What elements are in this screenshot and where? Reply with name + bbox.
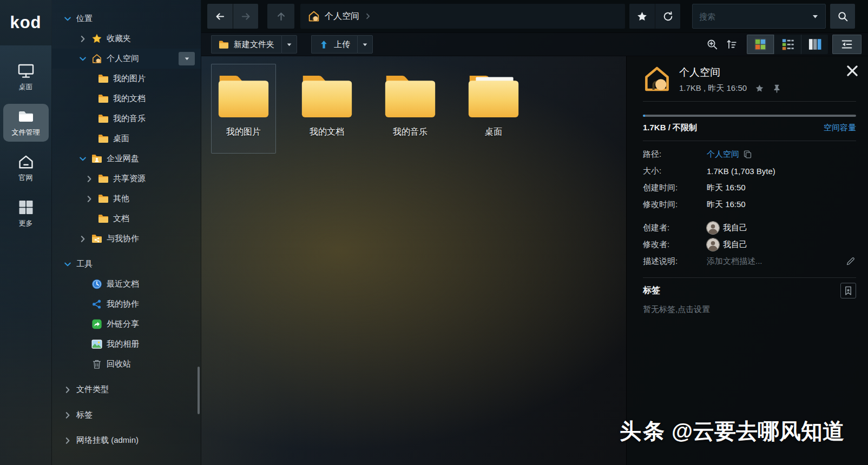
new-folder-menu-button[interactable] <box>281 35 297 54</box>
tree-item[interactable]: 文件类型 <box>51 380 201 400</box>
tree-item[interactable]: 与我协作 <box>51 229 201 249</box>
breadcrumb-location[interactable]: 个人空间 <box>325 11 359 22</box>
detail-label: 描述说明: <box>643 256 707 267</box>
panel-header: 个人空间 1.7KB , 昨天 16:50 <box>643 65 856 94</box>
upload-menu-button[interactable] <box>357 35 373 54</box>
quota-link[interactable]: 空间容量 <box>824 123 856 133</box>
tree-item[interactable]: 文档 <box>51 209 201 229</box>
sidebar-scrollbar[interactable] <box>198 367 200 414</box>
tree-item[interactable]: 外链分享 <box>51 314 201 334</box>
tree-item[interactable]: 回收站 <box>51 354 201 374</box>
breadcrumb[interactable]: 个人空间 <box>300 4 625 29</box>
app-rail-item[interactable]: 官网 <box>3 149 49 187</box>
tree-item[interactable]: 位置 <box>51 9 201 29</box>
search-input[interactable] <box>693 12 812 21</box>
chevron-down-icon[interactable] <box>78 55 87 63</box>
list-view-button[interactable] <box>774 35 801 54</box>
view-grid-icon <box>754 38 767 51</box>
tree-item[interactable]: 我的协作 <box>51 294 201 314</box>
new-folder-button[interactable]: 新建文件夹 <box>211 35 281 54</box>
sort-button[interactable] <box>722 35 741 54</box>
file-item[interactable]: 我的图片 <box>211 64 276 154</box>
chevron-down-icon[interactable] <box>63 260 72 269</box>
path-link[interactable]: 个人空间 <box>707 149 739 160</box>
tree-item[interactable]: 网络挂载 (admin) <box>51 430 201 450</box>
details-panel-toggle[interactable] <box>832 35 862 54</box>
star-icon[interactable] <box>755 84 764 93</box>
grid-view-button[interactable] <box>747 35 774 54</box>
column-view-button[interactable] <box>801 35 828 54</box>
tree-item-label: 桌面 <box>113 134 129 144</box>
detail-row: 修改者:我自己 <box>643 236 856 253</box>
favorite-button[interactable] <box>629 4 655 29</box>
chevron-spacer <box>78 340 87 349</box>
search-box[interactable] <box>692 4 826 29</box>
upload-button[interactable]: 上传 <box>311 35 357 54</box>
close-panel-button[interactable] <box>845 64 859 78</box>
app-rail-item-label: 官网 <box>19 173 33 183</box>
file-name: 我的音乐 <box>393 127 428 138</box>
up-button[interactable] <box>267 4 294 29</box>
arrow-up-icon <box>275 11 287 22</box>
tree-item[interactable]: 其他 <box>51 189 201 209</box>
search-button[interactable] <box>830 4 855 29</box>
item-menu-button[interactable] <box>179 52 195 65</box>
file-list-area[interactable]: 我的图片我的文档我的音乐桌面 <box>201 56 626 465</box>
app-rail-item[interactable]: 桌面 <box>3 58 49 96</box>
app-rail-item[interactable]: 更多 <box>3 195 49 232</box>
tree-item[interactable]: 桌面 <box>51 129 201 149</box>
tree-item[interactable]: 收藏夹 <box>51 29 201 49</box>
tree-item[interactable]: 共享资源 <box>51 169 201 189</box>
copy-icon[interactable] <box>743 150 752 159</box>
chevron-spacer <box>78 320 87 329</box>
pencil-icon[interactable] <box>846 257 855 266</box>
chevron-down-icon[interactable] <box>63 15 72 23</box>
tags-empty-text[interactable]: 暂无标签,点击设置 <box>643 304 856 315</box>
folder-share-icon <box>91 234 102 244</box>
watermark-brand: 头条 <box>620 419 666 443</box>
app-rail: kod 桌面文件管理官网更多 <box>0 0 52 465</box>
chevron-down-icon[interactable] <box>78 155 87 163</box>
zoom-button[interactable] <box>702 35 722 54</box>
tree-item[interactable]: 我的图片 <box>51 69 201 89</box>
home-icon <box>643 65 671 93</box>
tree-item[interactable]: 工具 <box>51 254 201 274</box>
tree-item[interactable]: 我的相册 <box>51 334 201 354</box>
tree-item[interactable]: 最近文档 <box>51 274 201 294</box>
app-rail-item[interactable]: 文件管理 <box>3 104 49 142</box>
caret-down-icon <box>184 56 190 62</box>
chevron-right-icon[interactable] <box>63 436 72 445</box>
description-placeholder[interactable]: 添加文档描述... <box>707 256 762 267</box>
chevron-right-icon[interactable] <box>78 35 87 43</box>
file-item[interactable]: 我的文档 <box>294 64 359 154</box>
chevron-right-icon[interactable] <box>85 175 94 183</box>
chevron-right-icon[interactable] <box>63 386 72 394</box>
chevron-right-icon[interactable] <box>78 235 87 243</box>
detail-label: 修改时间: <box>643 200 707 210</box>
back-button[interactable] <box>207 4 233 29</box>
pin-icon[interactable] <box>772 84 781 93</box>
action-toolbar: 新建文件夹 上传 <box>201 32 868 56</box>
tree-item-label: 位置 <box>76 14 93 24</box>
detail-label: 创建时间: <box>643 183 707 193</box>
folder-icon <box>98 214 109 224</box>
tag-settings-button[interactable] <box>840 283 856 298</box>
tree-item[interactable]: 企业网盘 <box>51 149 201 169</box>
forward-button[interactable] <box>233 4 258 29</box>
refresh-button[interactable] <box>655 4 680 29</box>
upload-icon <box>319 40 329 49</box>
home-icon <box>308 10 320 22</box>
tree-item[interactable]: 个人空间 <box>51 49 201 69</box>
chevron-right-icon[interactable] <box>63 411 72 420</box>
chevron-right-icon[interactable] <box>85 195 94 203</box>
caret-down-icon[interactable] <box>812 13 819 20</box>
tree-item[interactable]: 我的文档 <box>51 89 201 109</box>
chevron-spacer <box>85 215 94 223</box>
tree-item[interactable]: 我的音乐 <box>51 109 201 129</box>
refresh-icon <box>662 11 674 22</box>
panel-meta: 1.7KB , 昨天 16:50 <box>679 83 747 94</box>
tree-item[interactable]: 标签 <box>51 405 201 425</box>
file-item[interactable]: 我的音乐 <box>378 64 443 154</box>
file-item[interactable]: 桌面 <box>461 64 526 154</box>
chevron-spacer <box>85 95 94 103</box>
